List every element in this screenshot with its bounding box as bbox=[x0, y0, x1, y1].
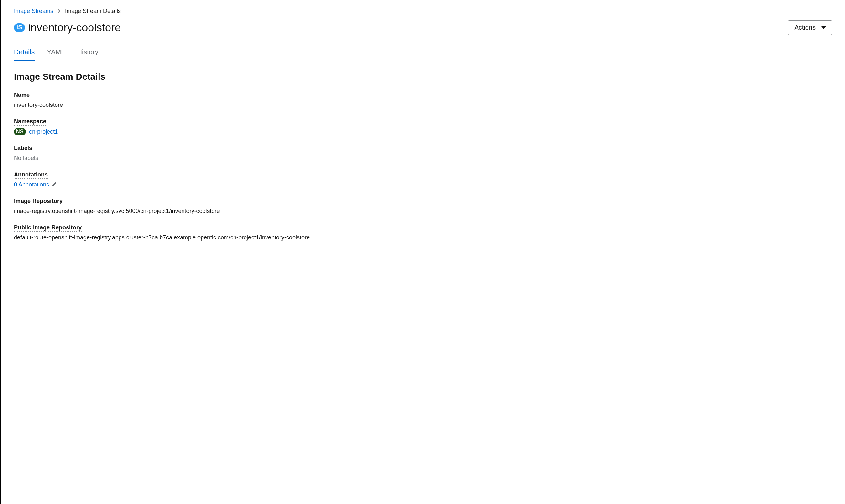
breadcrumb-parent-link[interactable]: Image Streams bbox=[14, 8, 53, 15]
page-title: inventory-coolstore bbox=[28, 21, 121, 34]
name-label: Name bbox=[14, 92, 30, 99]
tab-yaml[interactable]: YAML bbox=[47, 44, 65, 61]
section-title: Image Stream Details bbox=[14, 72, 832, 82]
name-value: inventory-coolstore bbox=[14, 102, 832, 108]
tab-details[interactable]: Details bbox=[14, 44, 35, 61]
pencil-icon[interactable] bbox=[52, 182, 57, 188]
tab-history[interactable]: History bbox=[77, 44, 98, 61]
actions-dropdown-button[interactable]: Actions bbox=[788, 20, 832, 35]
labels-value: No labels bbox=[14, 155, 832, 162]
breadcrumb: Image Streams Image Stream Details bbox=[14, 8, 832, 15]
annotations-link[interactable]: 0 Annotations bbox=[14, 181, 49, 188]
namespace-link[interactable]: cn-project1 bbox=[29, 128, 58, 135]
caret-down-icon bbox=[822, 26, 826, 29]
image-repository-value: image-registry.openshift-image-registry.… bbox=[14, 208, 832, 215]
public-image-repository-label: Public Image Repository bbox=[14, 224, 82, 232]
public-image-repository-value: default-route-openshift-image-registry.a… bbox=[14, 234, 832, 241]
actions-label: Actions bbox=[794, 24, 816, 31]
breadcrumb-current: Image Stream Details bbox=[65, 8, 121, 15]
resource-badge-is: IS bbox=[14, 23, 25, 32]
namespace-label: Namespace bbox=[14, 118, 46, 126]
resource-badge-ns: NS bbox=[14, 128, 26, 135]
image-repository-label: Image Repository bbox=[14, 198, 63, 205]
chevron-right-icon bbox=[58, 9, 61, 14]
tabs: Details YAML History bbox=[1, 44, 845, 61]
labels-label: Labels bbox=[14, 145, 32, 152]
annotations-label: Annotations bbox=[14, 171, 48, 179]
